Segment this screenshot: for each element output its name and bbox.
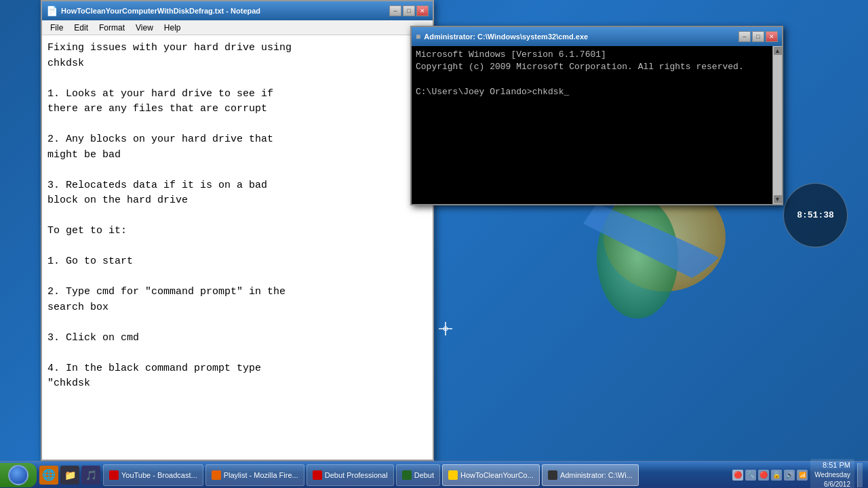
cmd-window-controls: – □ ✕ xyxy=(738,31,778,42)
cmd-text-area[interactable]: Microsoft Windows [Version 6.1.7601] Cop… xyxy=(412,46,772,204)
taskbar-items: YouTube - Broadcast... Playlist - Mozill… xyxy=(103,464,727,486)
start-orb xyxy=(8,465,28,485)
show-desktop-button[interactable] xyxy=(857,463,863,487)
cmd-taskbar-icon xyxy=(548,470,557,480)
cmd-close-button[interactable]: ✕ xyxy=(766,31,778,42)
notepad-menu-view[interactable]: View xyxy=(130,22,159,34)
taskbar-btn-firefox[interactable]: Playlist - Mozilla Fire... xyxy=(205,464,304,486)
debut-pro-icon xyxy=(313,470,322,480)
notepad-menu-file[interactable]: File xyxy=(45,22,68,34)
cmd-maximize-button[interactable]: □ xyxy=(752,31,764,42)
cmd-line1: Microsoft Windows [Version 6.1.7601] xyxy=(416,49,768,61)
cmd-line3 xyxy=(416,73,768,85)
notepad-text-area[interactable]: Fixing issues with your hard drive using… xyxy=(42,35,433,460)
notepad-menu-help[interactable]: Help xyxy=(159,22,186,34)
clock-date: Wednesday6/6/2012 xyxy=(814,470,850,488)
firefox-icon xyxy=(212,470,221,480)
system-clock[interactable]: 8:51 PM Wednesday6/6/2012 xyxy=(810,459,854,488)
cmd-window: ■ Administrator: C:\Windows\system32\cmd… xyxy=(410,26,783,205)
tray-icon-1[interactable]: 🔴 xyxy=(732,470,743,481)
cmd-scrollbar[interactable]: ▲ ▼ xyxy=(772,46,782,204)
cmd-body: Microsoft Windows [Version 6.1.7601] Cop… xyxy=(412,46,782,204)
volume-icon[interactable]: 🔊 xyxy=(784,470,795,481)
taskbar-btn-debut[interactable]: Debut xyxy=(396,464,440,486)
notepad-menu-bar: File Edit Format View Help xyxy=(42,20,433,35)
cmd-prompt: C:\Users\Joey Orlando>chkdsk_ xyxy=(416,86,768,98)
cursor-crosshair xyxy=(439,322,452,336)
taskbar-btn-debut-pro[interactable]: Debut Professional xyxy=(307,464,394,486)
cmd-minimize-button[interactable]: – xyxy=(738,31,751,42)
youtube-icon xyxy=(109,470,119,480)
notepad-menu-edit[interactable]: Edit xyxy=(68,22,94,34)
ie-icon[interactable]: 🌐 xyxy=(39,466,58,485)
start-button[interactable] xyxy=(0,463,37,487)
notepad-taskbar-icon xyxy=(448,470,458,480)
svg-point-4 xyxy=(443,327,448,331)
notepad-window-controls: – □ ✕ xyxy=(389,5,429,16)
notepad-minimize-button[interactable]: – xyxy=(389,5,401,16)
tray-icon-2[interactable]: 🔧 xyxy=(745,470,756,481)
cmd-title: ■ Administrator: C:\Windows\system32\cmd… xyxy=(416,32,588,41)
tray-icon-3[interactable]: 🔴 xyxy=(758,470,769,481)
network-icon[interactable]: 📶 xyxy=(797,470,808,481)
media-icon[interactable]: 🎵 xyxy=(81,466,100,485)
taskbar-btn-cmd[interactable]: Administrator: C:\Wi... xyxy=(542,464,639,486)
clock-display: 8:51:38 xyxy=(797,210,834,220)
taskbar-right: 🔴 🔧 🔴 🔒 🔊 📶 8:51 PM Wednesday6/6/2012 xyxy=(727,459,868,488)
clock-widget: 8:51:38 xyxy=(783,183,848,247)
cmd-titlebar: ■ Administrator: C:\Windows\system32\cmd… xyxy=(412,27,782,46)
notepad-menu-format[interactable]: Format xyxy=(94,22,130,34)
tray-icon-4[interactable]: 🔒 xyxy=(771,470,782,481)
cmd-line2: Copyright (c) 2009 Microsoft Corporation… xyxy=(416,61,768,73)
notepad-close-button[interactable]: ✕ xyxy=(416,5,429,16)
debut-icon xyxy=(402,470,412,480)
taskbar-btn-youtube[interactable]: YouTube - Broadcast... xyxy=(103,464,203,486)
taskbar: 🌐 📁 🎵 YouTube - Broadcast... Playlist - … xyxy=(0,461,868,488)
notepad-maximize-button[interactable]: □ xyxy=(403,5,415,16)
notepad-title: 📄 HowToCleanYourComputerWithDiskDefrag.t… xyxy=(46,5,260,16)
notepad-titlebar: 📄 HowToCleanYourComputerWithDiskDefrag.t… xyxy=(42,1,433,20)
notepad-window: 📄 HowToCleanYourComputerWithDiskDefrag.t… xyxy=(41,0,434,461)
taskbar-btn-notepad[interactable]: HowToCleanYourCo... xyxy=(442,464,540,486)
desktop: 8:51:38 📄 HowToCleanYourComputerWithDisk… xyxy=(0,0,868,488)
explorer-icon[interactable]: 📁 xyxy=(60,466,79,485)
clock-time: 8:51 PM xyxy=(814,460,850,470)
